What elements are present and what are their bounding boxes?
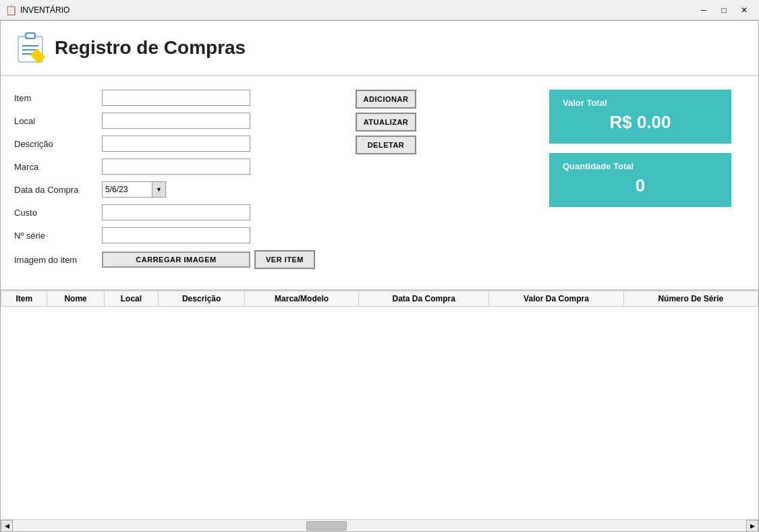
stats-area: Valor Total R$ 0.00 Quantidade Total 0 (549, 90, 745, 276)
form-fields: Item Local Descrição Marca Data da Compr… (14, 90, 315, 276)
custo-row: Custo (14, 204, 315, 220)
item-input[interactable] (102, 90, 250, 106)
col-local: Local (104, 291, 159, 307)
marca-input[interactable] (102, 158, 250, 175)
ver-item-button[interactable]: VER ITEM (254, 250, 315, 269)
image-row: Imagem do item CARREGAR IMAGEM VER ITEM (14, 250, 315, 269)
form-area: Item Local Descrição Marca Data da Compr… (1, 76, 758, 283)
bottom-scrollbar[interactable]: ◀ ▶ (1, 519, 758, 531)
table-section: Item Nome Local Descrição Marca/Modelo D… (1, 289, 758, 531)
nserie-row: Nº série (14, 227, 315, 243)
page-header: Registro de Compras (1, 21, 758, 76)
svg-rect-3 (26, 34, 34, 38)
data-compra-row: Data da Compra ▼ (14, 181, 315, 198)
col-descricao: Descrição (159, 291, 245, 307)
item-label: Item (14, 93, 102, 103)
imagem-label: Imagem do item (14, 255, 102, 265)
load-image-button[interactable]: CARREGAR IMAGEM (102, 252, 250, 268)
local-input[interactable] (102, 113, 250, 129)
inventory-table: Item Nome Local Descrição Marca/Modelo D… (1, 291, 758, 307)
descricao-input[interactable] (102, 136, 250, 152)
scroll-right-arrow[interactable]: ▶ (746, 520, 758, 532)
valor-total-card: Valor Total R$ 0.00 (549, 90, 731, 144)
main-window: Registro de Compras Item Local Descrição… (0, 20, 759, 532)
quantidade-total-value: 0 (563, 175, 718, 196)
minimize-button[interactable]: ─ (694, 3, 713, 18)
table-header-row: Item Nome Local Descrição Marca/Modelo D… (1, 291, 758, 307)
local-row: Local (14, 113, 315, 129)
col-data-compra: Data Da Compra (359, 291, 489, 307)
local-label: Local (14, 116, 102, 126)
custo-input[interactable] (102, 204, 250, 220)
atualizar-button[interactable]: ATUALIZAR (356, 113, 416, 131)
adicionar-button[interactable]: ADICIONAR (356, 90, 416, 109)
date-input-wrapper: ▼ (102, 181, 166, 198)
action-buttons: ADICIONAR ATUALIZAR DELETAR (356, 90, 416, 276)
valor-total-value: R$ 0.00 (563, 112, 718, 133)
window-controls: ─ □ ✕ (694, 3, 754, 18)
marca-row: Marca (14, 158, 315, 175)
date-input[interactable] (102, 181, 152, 198)
date-dropdown-button[interactable]: ▼ (152, 181, 166, 198)
data-compra-label: Data da Compra (14, 185, 102, 195)
quantidade-total-card: Quantidade Total 0 (549, 153, 731, 207)
item-row: Item (14, 90, 315, 106)
scroll-left-arrow[interactable]: ◀ (1, 520, 13, 532)
scroll-thumb[interactable] (306, 521, 347, 531)
custo-label: Custo (14, 208, 102, 218)
col-item: Item (1, 291, 47, 307)
app-icon: 📋 (5, 5, 16, 16)
nserie-label: Nº série (14, 231, 102, 241)
clipboard-svg-icon (16, 31, 45, 65)
marca-label: Marca (14, 162, 102, 172)
col-marca-modelo: Marca/Modelo (245, 291, 359, 307)
scroll-track[interactable] (13, 520, 746, 532)
nserie-input[interactable] (102, 227, 250, 243)
close-button[interactable]: ✕ (735, 3, 754, 18)
title-bar: 📋 INVENTÁRIO ─ □ ✕ (0, 0, 759, 20)
header-icon (14, 32, 47, 64)
descricao-label: Descrição (14, 139, 102, 149)
col-valor-compra: Valor Da Compra (489, 291, 623, 307)
table-wrapper[interactable]: Item Nome Local Descrição Marca/Modelo D… (1, 291, 758, 519)
descricao-row: Descrição (14, 136, 315, 152)
page-title: Registro de Compras (55, 37, 246, 59)
deletar-button[interactable]: DELETAR (356, 136, 416, 154)
quantidade-total-label: Quantidade Total (563, 161, 718, 171)
app-title: INVENTÁRIO (20, 5, 694, 15)
maximize-button[interactable]: □ (714, 3, 733, 18)
valor-total-label: Valor Total (563, 98, 718, 108)
col-numero-serie: Número De Série (623, 291, 758, 307)
col-nome: Nome (47, 291, 104, 307)
